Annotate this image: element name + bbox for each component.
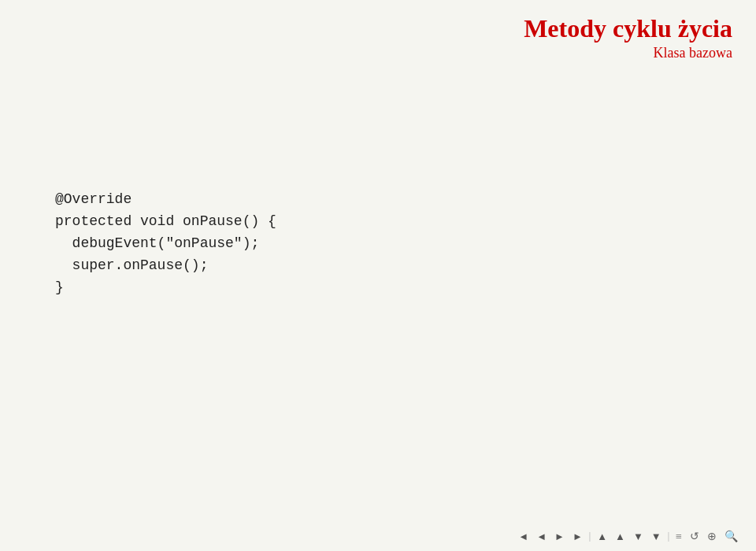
- nav-next-button[interactable]: ►: [552, 529, 567, 545]
- nav-next-end-button[interactable]: ►: [570, 529, 585, 545]
- code-line-3: debugEvent("onPause");: [55, 233, 276, 255]
- nav-section-up-button[interactable]: ▲: [595, 529, 610, 545]
- nav-refresh-button[interactable]: ↺: [687, 528, 702, 545]
- code-line-2: protected void onPause() {: [55, 211, 276, 233]
- nav-prev-button[interactable]: ◄: [534, 529, 549, 545]
- nav-prev-start-button[interactable]: ◄: [516, 529, 531, 545]
- navigation-bar: ◄ ◄ ► ► | ▲ ▲ ▼ ▼ | ≡ ↺ ⊕ 🔍: [516, 528, 740, 545]
- nav-section-up2-button[interactable]: ▲: [613, 529, 628, 545]
- title-area: Metody cyklu życia Klasa bazowa: [524, 14, 732, 61]
- slide-subtitle: Klasa bazowa: [524, 45, 732, 61]
- nav-section-down-button[interactable]: ▼: [631, 529, 646, 545]
- code-block: @Override protected void onPause() { deb…: [55, 189, 276, 298]
- slide: Metody cyklu życia Klasa bazowa @Overrid…: [0, 0, 756, 551]
- code-line-4: super.onPause();: [55, 255, 276, 277]
- code-line-1: @Override: [55, 189, 276, 211]
- nav-search-button[interactable]: 🔍: [722, 528, 740, 545]
- nav-sep-2: |: [667, 531, 670, 542]
- slide-title: Metody cyklu życia: [524, 14, 732, 43]
- nav-zoom-button[interactable]: ⊕: [705, 528, 719, 545]
- nav-section-down2-button[interactable]: ▼: [649, 529, 664, 545]
- nav-menu-button[interactable]: ≡: [673, 529, 684, 545]
- nav-sep-1: |: [588, 531, 591, 542]
- code-line-5: }: [55, 277, 276, 299]
